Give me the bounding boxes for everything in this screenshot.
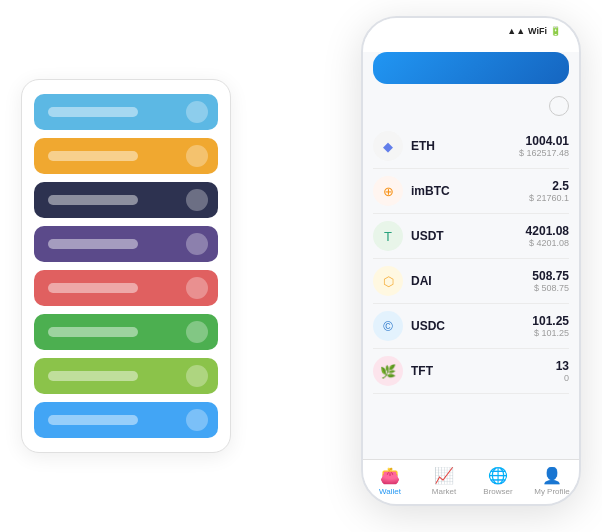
asset-values: 508.75$ 508.75	[532, 269, 569, 293]
nav-item-market[interactable]: 📈Market	[417, 466, 471, 496]
card-stack	[21, 79, 231, 453]
card-item-icon	[186, 101, 208, 123]
asset-values: 101.25$ 101.25	[532, 314, 569, 338]
card-item[interactable]	[34, 182, 218, 218]
main-scene: ▲▲ WiFi 🔋	[21, 16, 581, 516]
nav-item-my-profile[interactable]: 👤My Profile	[525, 466, 579, 496]
asset-row[interactable]: 🌿TFT130	[373, 349, 569, 394]
asset-values: 4201.08$ 4201.08	[526, 224, 569, 248]
asset-amount: 1004.01	[519, 134, 569, 148]
status-icons: ▲▲ WiFi 🔋	[507, 26, 561, 36]
asset-usd: $ 508.75	[532, 283, 569, 293]
nav-label: Browser	[483, 487, 512, 496]
asset-usd: $ 21760.1	[529, 193, 569, 203]
card-item-icon	[186, 409, 208, 431]
nav-icon: 👛	[380, 466, 400, 485]
asset-usd: $ 4201.08	[526, 238, 569, 248]
asset-list: ◆ETH1004.01$ 162517.48⊕imBTC2.5$ 21760.1…	[373, 124, 569, 394]
nav-item-wallet[interactable]: 👛Wallet	[363, 466, 417, 496]
eth-card[interactable]	[373, 52, 569, 84]
asset-amount: 4201.08	[526, 224, 569, 238]
asset-icon: ⊕	[373, 176, 403, 206]
nav-label: Wallet	[379, 487, 401, 496]
asset-amount: 13	[556, 359, 569, 373]
asset-amount: 2.5	[529, 179, 569, 193]
card-item[interactable]	[34, 270, 218, 306]
asset-usd: $ 101.25	[532, 328, 569, 338]
asset-row[interactable]: ◆ETH1004.01$ 162517.48	[373, 124, 569, 169]
phone-mockup: ▲▲ WiFi 🔋	[361, 16, 581, 506]
asset-icon: ©	[373, 311, 403, 341]
asset-name: ETH	[411, 139, 519, 153]
phone-content: ◆ETH1004.01$ 162517.48⊕imBTC2.5$ 21760.1…	[363, 52, 579, 459]
asset-name: TFT	[411, 364, 556, 378]
card-item[interactable]	[34, 314, 218, 350]
asset-usd: 0	[556, 373, 569, 383]
add-asset-button[interactable]	[549, 96, 569, 116]
asset-name: DAI	[411, 274, 532, 288]
asset-name: imBTC	[411, 184, 529, 198]
card-item-icon	[186, 189, 208, 211]
nav-item-browser[interactable]: 🌐Browser	[471, 466, 525, 496]
nav-icon: 📈	[434, 466, 454, 485]
asset-icon: T	[373, 221, 403, 251]
asset-icon: ⬡	[373, 266, 403, 296]
asset-values: 2.5$ 21760.1	[529, 179, 569, 203]
nav-icon: 🌐	[488, 466, 508, 485]
asset-row[interactable]: ⊕imBTC2.5$ 21760.1	[373, 169, 569, 214]
card-item-icon	[186, 365, 208, 387]
card-item[interactable]	[34, 138, 218, 174]
card-item[interactable]	[34, 402, 218, 438]
asset-values: 130	[556, 359, 569, 383]
asset-row[interactable]: ©USDC101.25$ 101.25	[373, 304, 569, 349]
card-item[interactable]	[34, 358, 218, 394]
asset-name: USDT	[411, 229, 526, 243]
asset-amount: 101.25	[532, 314, 569, 328]
nav-label: My Profile	[534, 487, 570, 496]
asset-icon: ◆	[373, 131, 403, 161]
nav-label: Market	[432, 487, 456, 496]
asset-icon: 🌿	[373, 356, 403, 386]
asset-name: USDC	[411, 319, 532, 333]
phone-header	[363, 40, 579, 52]
asset-usd: $ 162517.48	[519, 148, 569, 158]
card-item-icon	[186, 277, 208, 299]
asset-row[interactable]: TUSDT4201.08$ 4201.08	[373, 214, 569, 259]
asset-values: 1004.01$ 162517.48	[519, 134, 569, 158]
assets-header	[373, 94, 569, 124]
nav-icon: 👤	[542, 466, 562, 485]
bottom-nav: 👛Wallet📈Market🌐Browser👤My Profile	[363, 459, 579, 504]
asset-row[interactable]: ⬡DAI508.75$ 508.75	[373, 259, 569, 304]
status-bar: ▲▲ WiFi 🔋	[363, 18, 579, 40]
card-item[interactable]	[34, 226, 218, 262]
card-item-icon	[186, 233, 208, 255]
card-item-icon	[186, 321, 208, 343]
card-item[interactable]	[34, 94, 218, 130]
card-item-icon	[186, 145, 208, 167]
asset-amount: 508.75	[532, 269, 569, 283]
